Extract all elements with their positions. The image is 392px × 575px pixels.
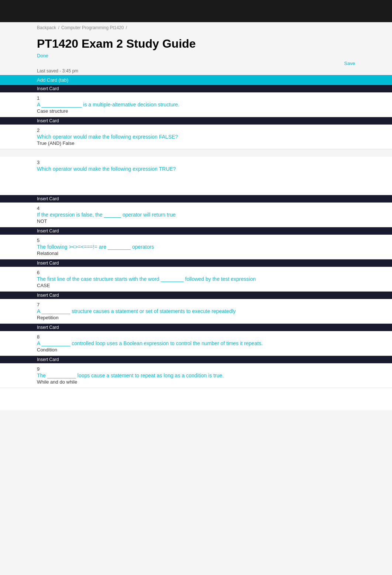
card-question-9: The __________ loops cause a statement t…: [37, 372, 355, 378]
page-title: PT1420 Exam 2 Study Guide: [0, 33, 392, 52]
card-question-3: Which operator would make the following …: [37, 166, 355, 172]
bottom-spacer: [0, 388, 392, 410]
card-question-8: A __________ controlled loop uses a Bool…: [37, 340, 355, 346]
card-number-4: 4: [37, 205, 355, 211]
insert-card-bar-7[interactable]: Insert Card: [0, 292, 392, 299]
card-answer-7: Repetition: [37, 315, 355, 320]
breadcrumb-backpack[interactable]: Backpack: [37, 25, 56, 30]
card-answer-1: Case structure: [37, 108, 355, 114]
card-question-1: A ______________ is a multiple-alternati…: [37, 102, 355, 108]
card-block-8: 8 A __________ controlled loop uses a Bo…: [0, 331, 392, 356]
card-question-6: The first line of the case structure sta…: [37, 276, 355, 282]
card-answer-8: Condition: [37, 347, 355, 353]
card-block-4: 4 If the expression is false, the ______…: [0, 203, 392, 227]
save-button[interactable]: Save: [344, 61, 355, 66]
card-number-7: 7: [37, 302, 355, 307]
card-block-1: 1 A ______________ is a multiple-alterna…: [0, 92, 392, 117]
insert-card-bar-2[interactable]: Insert Card: [0, 117, 392, 125]
card-block-3: 3 Which operator would make the followin…: [0, 157, 392, 195]
card-block-9: 9 The __________ loops cause a statement…: [0, 363, 392, 388]
card-number-2: 2: [37, 127, 355, 133]
spacer-2-3: [0, 149, 392, 157]
card-number-1: 1: [37, 95, 355, 101]
card-block-5: 5 The following ><>=<===!= are ________ …: [0, 235, 392, 259]
done-link[interactable]: Done: [0, 52, 392, 59]
insert-card-bar-6[interactable]: Insert Card: [0, 259, 392, 267]
breadcrumb: Backpack / Computer Programming Pt1420 /: [0, 22, 392, 33]
card-number-9: 9: [37, 366, 355, 372]
card-number-8: 8: [37, 334, 355, 340]
card-block-2: 2 Which operator would make the followin…: [0, 125, 392, 149]
insert-card-bar-8[interactable]: Insert Card: [0, 324, 392, 331]
add-card-tab[interactable]: Add Card (tab): [0, 75, 392, 85]
card-block-6: 6 The first line of the case structure s…: [0, 267, 392, 292]
card-answer-4: NOT: [37, 218, 355, 224]
card-answer-6: CASE: [37, 283, 355, 288]
card-number-5: 5: [37, 238, 355, 243]
card-question-2: Which operator would make the following …: [37, 134, 355, 140]
insert-card-bar-5[interactable]: Insert Card: [0, 227, 392, 235]
card-answer-2: True (AND) False: [37, 140, 355, 146]
card-question-4: If the expression is false, the ______ o…: [37, 212, 355, 218]
card-answer-5: Relational: [37, 251, 355, 256]
breadcrumb-course[interactable]: Computer Programming Pt1420: [61, 25, 124, 30]
card-number-3: 3: [37, 160, 355, 165]
card-question-5: The following ><>=<===!= are ________ op…: [37, 244, 355, 250]
insert-card-bar-1[interactable]: Insert Card: [0, 85, 392, 92]
save-row: Save: [0, 59, 392, 68]
card-question-7: A __________ structure causes a statemen…: [37, 308, 355, 314]
last-saved: Last saved - 3:45 pm: [0, 68, 392, 75]
card-answer-9: While and do while: [37, 379, 355, 385]
card-number-6: 6: [37, 270, 355, 275]
insert-card-bar-9[interactable]: Insert Card: [0, 356, 392, 363]
card-block-7: 7 A __________ structure causes a statem…: [0, 299, 392, 324]
top-bar: [0, 0, 392, 22]
insert-card-bar-4[interactable]: Insert Card: [0, 195, 392, 203]
